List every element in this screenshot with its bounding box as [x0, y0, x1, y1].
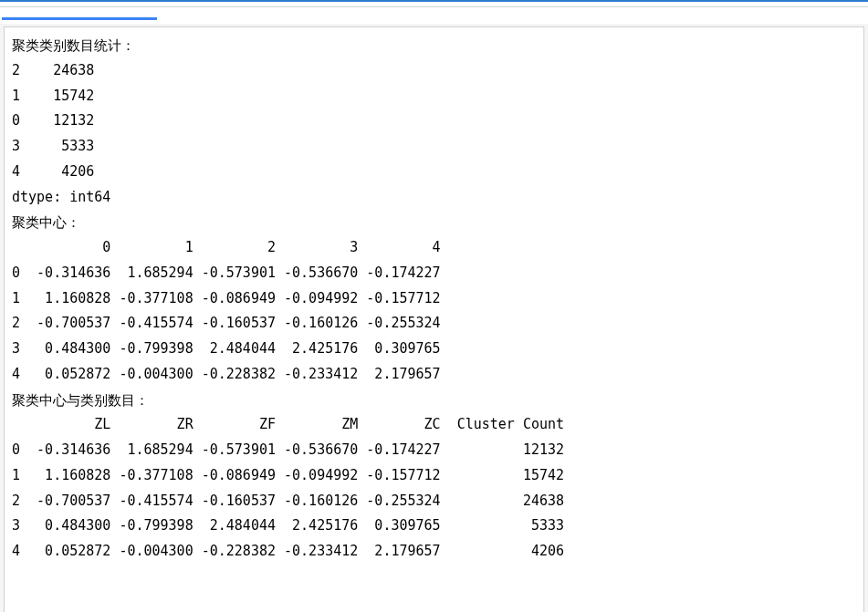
centers-header-row: 0 1 2 3 4 — [12, 235, 856, 261]
centers-counts-row: 4 0.052872 -0.004300 -0.228382 -0.233412… — [12, 539, 856, 565]
cluster-count-row: 2 24638 — [12, 58, 856, 84]
top-border — [0, 0, 868, 7]
input-prompt-strip — [0, 7, 868, 24]
input-prompt-indicator — [2, 17, 157, 20]
centers-counts-table: ZL ZR ZF ZM ZC Cluster Count0 -0.314636 … — [12, 412, 856, 565]
centers-counts-row: 0 -0.314636 1.685294 -0.573901 -0.536670… — [12, 438, 856, 463]
centers-counts-row: 2 -0.700537 -0.415574 -0.160537 -0.16012… — [12, 489, 856, 514]
centers-row: 0 -0.314636 1.685294 -0.573901 -0.536670… — [12, 261, 856, 286]
cluster-count-header: 聚类类别数目统计： — [12, 33, 856, 58]
centers-row: 2 -0.700537 -0.415574 -0.160537 -0.16012… — [12, 311, 856, 337]
cell-output: 聚类类别数目统计： 2 246381 157420 121323 53334 4… — [4, 26, 864, 612]
centers-counts-row: 1 1.160828 -0.377108 -0.086949 -0.094992… — [12, 463, 856, 489]
cluster-count-list: 2 246381 157420 121323 53334 4206 — [12, 58, 856, 185]
centers-counts-header-row: ZL ZR ZF ZM ZC Cluster Count — [12, 412, 856, 438]
cluster-count-row: 1 15742 — [12, 84, 856, 109]
cluster-count-row: 4 4206 — [12, 160, 856, 185]
cluster-count-row: 3 5333 — [12, 134, 856, 160]
centers-row: 3 0.484300 -0.799398 2.484044 2.425176 0… — [12, 337, 856, 362]
centers-row: 4 0.052872 -0.004300 -0.228382 -0.233412… — [12, 362, 856, 388]
centers-row: 1 1.160828 -0.377108 -0.086949 -0.094992… — [12, 286, 856, 312]
centers-with-counts-header: 聚类中心与类别数目： — [12, 388, 856, 413]
dtype-line: dtype: int64 — [12, 185, 856, 211]
centers-table: 0 1 2 3 40 -0.314636 1.685294 -0.573901 … — [12, 235, 856, 388]
centers-header: 聚类中心： — [12, 210, 856, 235]
centers-counts-row: 3 0.484300 -0.799398 2.484044 2.425176 0… — [12, 513, 856, 539]
cluster-count-row: 0 12132 — [12, 109, 856, 134]
